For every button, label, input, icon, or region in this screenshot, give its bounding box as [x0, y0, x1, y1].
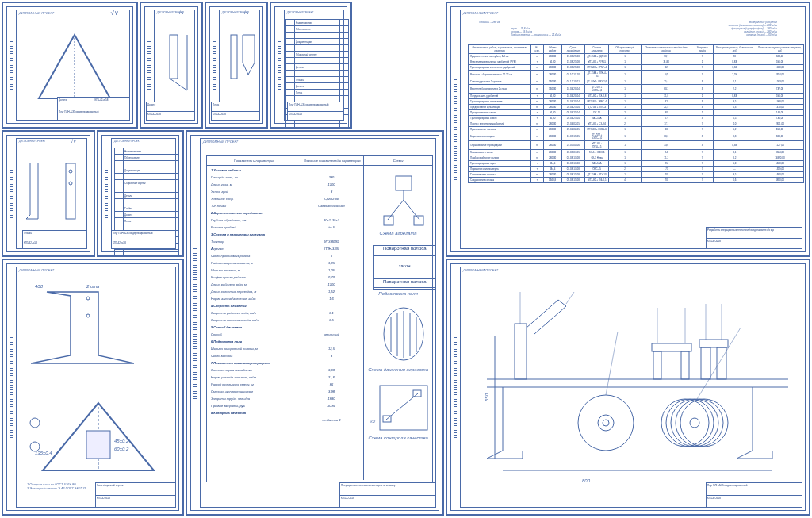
svg-point-4	[69, 182, 72, 185]
scheme-aggregate-icon	[376, 172, 431, 228]
svg-rect-21	[681, 351, 689, 379]
sheet-3: ДИПЛОМНЫЙ ПРОЕКТ √∨ Пятка КП5-42-я-58	[205, 2, 268, 129]
svg-line-44	[697, 328, 741, 399]
drawing-triangle	[27, 27, 122, 106]
svg-point-33	[680, 399, 728, 447]
drawing-plough	[479, 284, 796, 482]
svg-line-38	[566, 292, 574, 304]
svg-rect-20	[653, 351, 661, 379]
title-block: Плуг ПЛН-3-35 модернизированный КП5-42-я…	[706, 482, 802, 508]
svg-rect-7	[86, 431, 110, 459]
svg-rect-1	[231, 35, 237, 79]
svg-point-27	[598, 415, 614, 431]
svg-rect-23	[717, 347, 726, 379]
sheet-4-spec: ДИПЛОМНЫЙ ПРОЕКТ НаименованиеОбозначение…	[270, 2, 352, 129]
sheet-1: ДИПЛОМНЫЙ ПРОЕКТ √∨ ДолотоКП5-42-я-58 Пл…	[2, 2, 138, 129]
svg-point-28	[603, 420, 609, 426]
svg-rect-22	[701, 347, 710, 379]
title-block: Операционно-технологическая карта на всп…	[339, 482, 436, 508]
drawing-heel	[227, 31, 259, 94]
sheet-10-techcard: ДИПЛОМНЫЙ ПРОЕКТ Площадь ... 280 га зерн…	[446, 2, 810, 257]
sheet-8-opcard: ДИПЛОМНЫЙ ПРОЕКТ Показатели и параметры …	[186, 130, 444, 516]
svg-point-29	[661, 399, 709, 447]
sheet-7-assembly: ДИПЛОМНЫЙ ПРОЕКТ 400 2 отв 45±0,2 60±0,2…	[2, 259, 184, 516]
stamp: ДИПЛОМНЫЙ ПРОЕКТ	[19, 11, 54, 15]
title-block: Лапа сборочный чертеж КП5-42-я-58	[95, 482, 176, 508]
svg-point-3	[69, 170, 72, 173]
svg-rect-0	[170, 35, 178, 79]
svg-rect-24	[652, 343, 691, 351]
title-block: Плуг ПЛН-3-35 модернизированный КП5-42-я…	[287, 102, 344, 121]
sheet-6-spec: ДИПЛОМНЫЙ ПРОЕКТ НаименованиеОбозначение…	[97, 130, 184, 257]
svg-rect-16	[413, 390, 421, 397]
sheet-9-plough: ДИПЛОМНЫЙ ПРОЕКТ 800 550 Плуг ПЛН-3-35 м…	[446, 259, 810, 516]
check-mark-icon: √∨	[111, 10, 119, 17]
drawing-strip	[163, 31, 195, 94]
svg-point-5	[86, 297, 90, 300]
scheme-qc-icon	[378, 384, 429, 432]
svg-rect-25	[699, 340, 728, 347]
svg-point-6	[86, 314, 90, 317]
svg-line-43	[606, 332, 618, 395]
title-block: Долото КП5-42-я-58	[146, 102, 195, 121]
title-block: Стойка КП5-42-я-58	[22, 230, 87, 249]
title-block: Плуг ПЛН-3-35 модернизированный КП5-42-я…	[111, 230, 176, 249]
svg-rect-11	[384, 216, 393, 225]
schemes-column: Схема агрегата Поворотная полоса загон П…	[364, 166, 432, 480]
svg-point-34	[690, 418, 699, 428]
scheme-movement-icon	[381, 305, 426, 364]
svg-rect-12	[414, 216, 423, 225]
svg-rect-2	[66, 163, 75, 219]
title-block: Пятка КП5-42-я-58	[211, 102, 260, 121]
title-block: ДолотоКП5-42-я-58 Плуг ПЛН-3-35 модерниз…	[57, 97, 130, 121]
fert-header: Минеральные удобрения азотные (аммиачная…	[729, 21, 777, 36]
svg-rect-19	[515, 324, 527, 379]
svg-rect-10	[396, 176, 412, 190]
tech-table: Наименование работ, агротехника, показат…	[468, 44, 804, 183]
prod-rows: зерно — 29,8 ц/гасолома — 59,6 ц/гаПредш…	[511, 27, 561, 36]
svg-point-31	[671, 399, 718, 447]
drawing-stand	[22, 155, 86, 227]
area-label: Площадь ... 280 га	[479, 21, 500, 24]
svg-rect-14	[380, 386, 427, 430]
sheet-2: ДИПЛОМНЫЙ ПРОЕКТ √∨ Долото КП5-42-я-58	[140, 2, 203, 129]
opcard-body: Показатели и параметры Значение показате…	[206, 155, 433, 482]
title-block: Разработка операционных технологий возде…	[706, 227, 802, 249]
sheet-5: ДИПЛОМНЫЙ ПРОЕКТ √∨ Стойка КП5-42-я-58	[2, 130, 95, 257]
svg-point-26	[578, 395, 634, 451]
svg-point-8	[30, 418, 40, 428]
page: ДИПЛОМНЫЙ ПРОЕКТ √∨ ДолотоКП5-42-я-58 Пл…	[0, 0, 812, 518]
